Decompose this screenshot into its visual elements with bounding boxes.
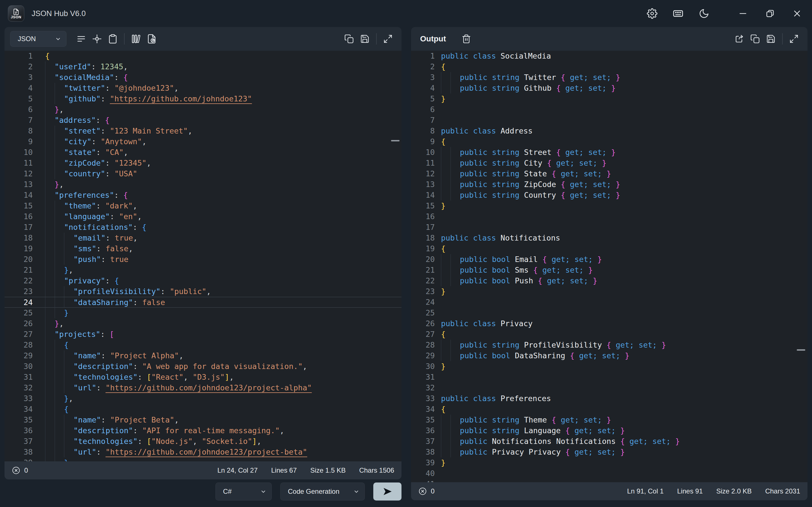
code-line[interactable]: 7 — [411, 115, 808, 126]
code-line[interactable]: 17 — [411, 222, 808, 233]
code-line[interactable]: 37public Notifications Notifications { g… — [411, 436, 808, 447]
close-button[interactable] — [788, 5, 806, 22]
run-conversion-button[interactable] — [373, 483, 402, 501]
code-line[interactable]: 33}, — [4, 393, 402, 404]
code-line[interactable]: 14public string Country { get; set; } — [411, 190, 808, 201]
code-line[interactable]: 17"notifications": { — [4, 222, 402, 233]
code-line[interactable]: 30"description": "A web app for data vis… — [4, 361, 402, 372]
code-line[interactable]: 35"name": "Project Beta", — [4, 414, 402, 425]
copy-json-button[interactable] — [341, 31, 357, 47]
clear-output-button[interactable] — [458, 31, 474, 47]
keyboard-button[interactable] — [669, 5, 687, 22]
code-line[interactable]: 13public string ZipCode { get; set; } — [411, 179, 808, 190]
settings-button[interactable] — [644, 5, 661, 22]
mode-select[interactable]: Code Generation — [280, 483, 365, 501]
code-line[interactable]: 9"city": "Anytown", — [4, 136, 402, 147]
code-line[interactable]: 8public class Address — [411, 126, 808, 136]
code-line[interactable]: 32"url": "https://github.com/johndoe123/… — [4, 383, 402, 393]
theme-toggle-button[interactable] — [695, 5, 713, 22]
code-line[interactable]: 20public bool Email { get; set; } — [411, 254, 808, 265]
code-line[interactable]: 40 — [411, 468, 808, 479]
code-line[interactable]: 12"country": "USA" — [4, 168, 402, 179]
code-line[interactable]: 27"projects": [ — [4, 329, 402, 340]
code-line[interactable]: 6}, — [4, 104, 402, 115]
code-line[interactable]: 16"language": "en", — [4, 211, 402, 222]
code-line[interactable]: 19{ — [411, 243, 808, 254]
code-line[interactable]: 32 — [411, 383, 808, 393]
code-line[interactable]: 16 — [411, 211, 808, 222]
code-line[interactable]: 22"privacy": { — [4, 276, 402, 286]
code-line[interactable]: 4public string Github { get; set; } — [411, 83, 808, 94]
code-line[interactable]: 38public Privacy Privacy { get; set; } — [411, 447, 808, 457]
code-line[interactable]: 30} — [411, 361, 808, 372]
copy-output-button[interactable] — [747, 31, 763, 47]
code-line[interactable]: 20"push": true — [4, 254, 402, 265]
code-line[interactable]: 26}, — [4, 318, 402, 329]
code-line[interactable]: 4"twitter": "@johndoe123", — [4, 83, 402, 94]
code-line[interactable]: 10"state": "CA", — [4, 147, 402, 158]
code-line[interactable]: 38"url": "https://github.com/johndoe123/… — [4, 447, 402, 457]
code-line[interactable]: 21}, — [4, 265, 402, 276]
code-line[interactable]: 34{ — [411, 404, 808, 414]
code-line[interactable]: 35public string Theme { get; set; } — [411, 414, 808, 425]
code-line[interactable]: 10public string Street { get; set; } — [411, 147, 808, 158]
code-line[interactable]: 36public string Language { get; set; } — [411, 425, 808, 436]
code-line[interactable]: 21public bool Sms { get; set; } — [411, 265, 808, 276]
code-line[interactable]: 11"zipCode": "12345", — [4, 158, 402, 168]
code-line[interactable]: 23} — [411, 286, 808, 297]
scroll-indicator[interactable] — [797, 349, 805, 351]
code-line[interactable]: 18public class Notifications — [411, 233, 808, 243]
format-select[interactable]: JSON — [10, 31, 66, 47]
json-editor[interactable]: 1{2"userId": 12345,3"socialMedia": {4"tw… — [4, 51, 402, 461]
minimize-button[interactable] — [734, 5, 752, 22]
share-output-button[interactable] — [731, 31, 747, 47]
code-line[interactable]: 39} — [4, 457, 402, 461]
code-line[interactable]: 29"name": "Project Alpha", — [4, 350, 402, 361]
code-line[interactable]: 9{ — [411, 136, 808, 147]
code-line[interactable]: 7"address": { — [4, 115, 402, 126]
code-line[interactable]: 1public class SocialMedia — [411, 51, 808, 61]
code-line[interactable]: 3public string Twitter { get; set; } — [411, 72, 808, 83]
maximize-button[interactable] — [761, 5, 779, 22]
code-line[interactable]: 27{ — [411, 329, 808, 340]
code-line[interactable]: 31 — [411, 372, 808, 383]
code-line[interactable]: 11public string City { get; set; } — [411, 158, 808, 168]
expand-output-button[interactable] — [786, 31, 802, 47]
code-line[interactable]: 14"preferences": { — [4, 190, 402, 201]
code-line[interactable]: 41 — [411, 479, 808, 482]
code-line[interactable]: 25 — [411, 307, 808, 318]
code-line[interactable]: 36"description": "API for real-time mess… — [4, 425, 402, 436]
minify-json-button[interactable] — [89, 31, 105, 47]
output-editor[interactable]: 1public class SocialMedia2{3public strin… — [411, 51, 808, 482]
code-line[interactable]: 6 — [411, 104, 808, 115]
target-language-select[interactable]: C# — [215, 483, 272, 501]
code-line[interactable]: 8"street": "123 Main Street", — [4, 126, 402, 136]
save-output-button[interactable] — [763, 31, 779, 47]
code-line[interactable]: 29public bool DataSharing { get; set; } — [411, 350, 808, 361]
code-line[interactable]: 25} — [4, 307, 402, 318]
save-json-button[interactable] — [357, 31, 373, 47]
expand-json-button[interactable] — [380, 31, 396, 47]
code-line[interactable]: 33public class Preferences — [411, 393, 808, 404]
export-file-button[interactable] — [144, 31, 160, 47]
code-line[interactable]: 19"sms": false, — [4, 243, 402, 254]
code-line[interactable]: 18"email": true, — [4, 233, 402, 243]
scroll-indicator[interactable] — [391, 140, 400, 142]
code-line[interactable]: 2{ — [411, 61, 808, 72]
code-line[interactable]: 15} — [411, 201, 808, 211]
code-line[interactable]: 24"dataSharing": false — [4, 297, 402, 307]
code-line[interactable]: 3"socialMedia": { — [4, 72, 402, 83]
code-line[interactable]: 34{ — [4, 404, 402, 414]
code-line[interactable]: 13}, — [4, 179, 402, 190]
format-json-button[interactable] — [73, 31, 89, 47]
code-line[interactable]: 15"theme": "dark", — [4, 201, 402, 211]
code-line[interactable]: 2"userId": 12345, — [4, 61, 402, 72]
code-line[interactable]: 28{ — [4, 340, 402, 350]
library-button[interactable] — [128, 31, 144, 47]
code-line[interactable]: 23"profileVisibility": "public", — [4, 286, 402, 297]
code-line[interactable]: 39} — [411, 457, 808, 468]
code-line[interactable]: 5"github": "https://github.com/johndoe12… — [4, 94, 402, 104]
paste-button[interactable] — [105, 31, 121, 47]
code-line[interactable]: 1{ — [4, 51, 402, 61]
code-line[interactable]: 5} — [411, 94, 808, 104]
